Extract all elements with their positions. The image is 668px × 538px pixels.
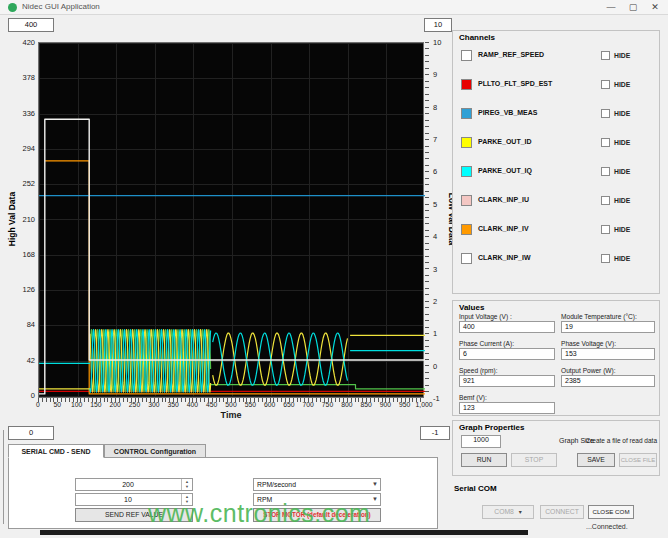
y-left-tick-label: 336 — [8, 109, 35, 119]
value-field-input[interactable]: 19 — [561, 321, 655, 333]
com-port-dropdown[interactable]: COM8 ▾ — [482, 505, 534, 519]
tab-control-configuration[interactable]: CONTROL Configuration — [104, 444, 206, 458]
serial-com-panel: Serial COM COM8 ▾ CONNECT CLOSE COM — [452, 482, 660, 530]
hide-checkbox[interactable] — [601, 167, 610, 176]
hide-checkbox[interactable] — [601, 109, 610, 118]
hide-checkbox-label: HIDE — [614, 139, 630, 146]
y-right-min-input[interactable]: -1 — [420, 426, 450, 440]
values-panel: Values Input Voltage (V) :400Module Temp… — [452, 300, 660, 416]
hide-checkbox[interactable] — [601, 196, 610, 205]
create-file-label: Create a file of read data — [561, 437, 657, 444]
channel-row: CLARK_INP_IVHIDE — [453, 223, 659, 237]
values-title: Values — [459, 303, 484, 312]
y-left-max-input[interactable]: 400 — [8, 18, 54, 32]
window-bottom-edge — [40, 530, 528, 535]
value-field-label: Module Temperature (°C): — [561, 313, 637, 320]
value-field-input[interactable]: 153 — [561, 348, 655, 360]
hide-checkbox-label: HIDE — [614, 168, 630, 175]
save-button[interactable]: SAVE — [577, 453, 615, 467]
close-button[interactable]: ✕ — [646, 1, 664, 14]
hide-checkbox-label: HIDE — [614, 255, 630, 262]
y-right-max-input[interactable]: 10 — [424, 18, 452, 32]
value-field-input[interactable]: 123 — [459, 402, 555, 414]
y-left-min-input[interactable]: 0 — [8, 426, 54, 440]
y-left-tick-label: 126 — [8, 285, 35, 295]
chevron-down-icon: ▼ — [372, 496, 378, 502]
ref-value-spinner[interactable]: 200 ▲▼ — [75, 478, 193, 491]
graph-properties-panel: Graph Properties 1000 Graph Size Create … — [452, 420, 660, 476]
y-right-tick-label: 2 — [433, 297, 437, 307]
y-right-tick-label: 9 — [433, 70, 437, 80]
y-right-tick-label: 0 — [433, 362, 437, 372]
run-button[interactable]: RUN — [461, 453, 507, 467]
hide-checkbox-label: HIDE — [614, 226, 630, 233]
hide-checkbox-label: HIDE — [614, 197, 630, 204]
y-left-tick-label: 294 — [8, 144, 35, 154]
chevron-down-icon: ▼ — [372, 481, 378, 487]
y-right-tick-label: 10 — [433, 38, 441, 48]
hide-checkbox[interactable] — [601, 138, 610, 147]
y-left-tick-label: 378 — [8, 73, 35, 83]
value-field-input[interactable]: 400 — [459, 321, 555, 333]
hide-checkbox[interactable] — [601, 51, 610, 60]
channel-row: RAMP_REF_SPEEDHIDE — [453, 49, 659, 63]
channel-row: CLARK_INP_IUHIDE — [453, 194, 659, 208]
serial-com-title: Serial COM — [454, 484, 497, 493]
window-title: Nidec GUI Application — [22, 2, 100, 11]
value-field-input[interactable]: 2385 — [561, 375, 655, 387]
title-bar — [0, 0, 668, 15]
app-icon — [8, 3, 17, 12]
graph-size-input[interactable]: 1000 — [461, 435, 501, 448]
value-field-label: Bemf (V): — [459, 394, 487, 401]
channel-color-swatch — [461, 253, 472, 264]
graph-properties-title: Graph Properties — [459, 423, 524, 432]
minimize-button[interactable]: — — [602, 1, 620, 14]
x-tick-label: 1,000 — [410, 401, 438, 408]
tab-serial-cmd-send[interactable]: SERIAL CMD - SEND — [8, 444, 104, 458]
value-field-label: Output Power (W): — [561, 367, 616, 374]
channel-color-swatch — [461, 50, 472, 61]
channels-title: Channels — [459, 33, 495, 42]
channel-label: RAMP_REF_SPEED — [478, 51, 544, 58]
y-left-tick-label: 420 — [8, 38, 35, 48]
channel-row: PLLTO_FLT_SPD_ESTHIDE — [453, 78, 659, 92]
close-com-button[interactable]: CLOSE COM — [588, 505, 634, 519]
ref-value: 200 — [76, 479, 180, 490]
maximize-button[interactable]: ▢ — [624, 1, 642, 14]
value-field-label: Speed (rpm): — [459, 367, 497, 374]
channel-color-swatch — [461, 137, 472, 148]
x-tick-labels: 0501001502002503003504004505005506006507… — [38, 401, 424, 410]
chevron-down-icon: ▾ — [519, 509, 522, 515]
y-right-minor-ticks — [425, 42, 429, 398]
value-field-label: Input Voltage (V) : — [459, 313, 512, 320]
close-file-button[interactable]: CLOSE FILE — [619, 453, 657, 467]
hide-checkbox[interactable] — [601, 254, 610, 263]
spinner-arrows-icon[interactable]: ▲▼ — [181, 479, 192, 490]
accel-unit-dropdown[interactable]: RPM/second ▼ — [253, 478, 381, 491]
channel-row: PARKE_OUT_IQHIDE — [453, 165, 659, 179]
x-axis-title: Time — [191, 410, 271, 420]
window-left-border — [3, 430, 4, 524]
channel-row: CLARK_INP_IWHIDE — [453, 252, 659, 266]
y-right-tick-label: 5 — [433, 200, 437, 210]
channel-color-swatch — [461, 195, 472, 206]
plot-traces — [39, 43, 425, 399]
y-right-tick-label: 4 — [433, 232, 437, 242]
value-field-input[interactable]: 6 — [459, 348, 555, 360]
watermark-text: www.cntronics.com — [148, 499, 370, 528]
hide-checkbox[interactable] — [601, 80, 610, 89]
hide-checkbox-label: HIDE — [614, 110, 630, 117]
value-field-input[interactable]: 921 — [459, 375, 555, 387]
channel-color-swatch — [461, 79, 472, 90]
channel-label: CLARK_INP_IV — [478, 225, 529, 232]
hide-checkbox-label: HIDE — [614, 52, 630, 59]
channel-color-swatch — [461, 224, 472, 235]
com-port-value: COM8 — [494, 508, 514, 515]
value-field-label: Phase Current (A): — [459, 340, 514, 347]
stop-button[interactable]: STOP — [511, 453, 557, 467]
channel-label: PIREG_VB_MEAS — [478, 109, 538, 116]
hide-checkbox[interactable] — [601, 225, 610, 234]
waveform-plot[interactable] — [38, 42, 424, 398]
connect-button[interactable]: CONNECT — [540, 505, 584, 519]
channel-label: CLARK_INP_IW — [478, 254, 531, 261]
